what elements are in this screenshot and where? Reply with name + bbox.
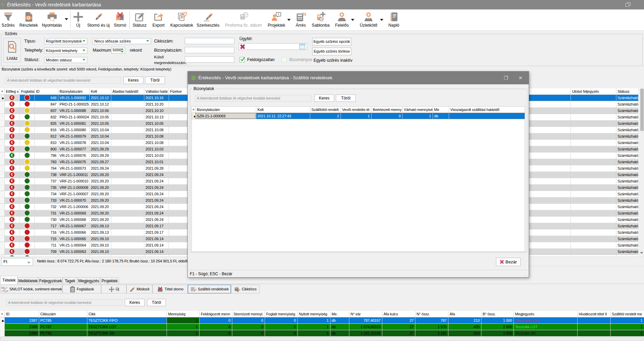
svg-text:LOT: LOT [4,290,8,292]
svg-text:SN: SN [1,287,4,289]
svg-text:%: % [302,11,306,17]
